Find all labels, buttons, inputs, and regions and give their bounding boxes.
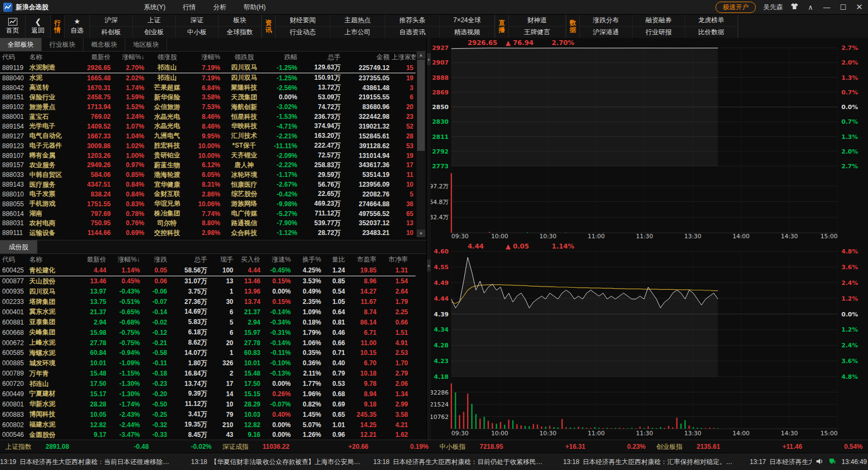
toolbar-section-toggle[interactable]: 数据 xyxy=(566,15,580,38)
scroll-down-icon[interactable]: ▼ xyxy=(417,230,425,237)
index-quote[interactable]: 创业板指2135.61+11.460.54% xyxy=(651,442,868,452)
menu-帮助(H)[interactable]: 帮助(H) xyxy=(244,3,266,11)
table-row[interactable]: 889127电气自动化1667.331.04%九洲电气9.95%汇川技术-2.2… xyxy=(0,131,416,141)
index-quote[interactable]: 深证成指11036.22+20.660.19% xyxy=(217,442,434,452)
table-row[interactable]: 600802福建水泥12.82-2.44%-0.3219.35万21012.82… xyxy=(0,420,416,430)
column-header[interactable]: 领跌股 xyxy=(222,53,266,62)
menu-行情[interactable]: 行情 xyxy=(183,3,196,11)
column-header[interactable]: 市净率 xyxy=(379,255,410,264)
nav-cell[interactable]: 创业板 xyxy=(133,27,176,39)
table-row[interactable]: 889111运输设备1144.660.69%交控科技2.98%众合科技-1.12… xyxy=(0,228,416,238)
table-row[interactable]: 600801华新水泥28.28-1.74%-0.5011.12万1028.29-… xyxy=(0,399,416,409)
maximize-button[interactable]: ☐ xyxy=(839,3,847,11)
board-tab[interactable]: 全部板块 xyxy=(0,38,42,51)
table-row[interactable]: 600425青松建化4.441.14%0.0558.56万1004.44-0.4… xyxy=(0,265,416,276)
nav-cell[interactable]: 科创板 xyxy=(90,27,133,39)
table-row[interactable]: 600449宁夏建材15.17-1.30%-0.209.39万1415.150.… xyxy=(0,389,416,399)
toolbar-back-button[interactable]: ❮返回 xyxy=(25,15,51,38)
table-row[interactable]: 600720祁连山17.50-1.30%-0.2313.74万1717.500.… xyxy=(0,379,416,389)
column-header[interactable]: 金额 xyxy=(343,53,392,62)
toolbar-home-button[interactable]: 首页 xyxy=(0,15,25,38)
table-row[interactable]: 000672上峰水泥27.78-0.75%-0.218.62万2027.78-0… xyxy=(0,338,416,348)
table-row[interactable]: 600883博闻科技10.05-2.43%-0.253.41万7910.030.… xyxy=(0,409,416,420)
nav-cell[interactable]: 行业研报 xyxy=(633,27,685,39)
news-item[interactable]: 13:19日本经济再生大臣西村康稔：当前日本还很难移除… xyxy=(0,458,191,467)
nav-cell[interactable]: 推荐头条 xyxy=(385,15,440,27)
table-row[interactable]: 886014湖南797.690.78%株冶集团7.74%电广传媒-5.27%71… xyxy=(0,209,416,219)
table-row[interactable]: 000935四川双马13.97-0.43%-0.063.75万113.960.0… xyxy=(0,287,416,297)
nav-cell[interactable]: 主题热点 xyxy=(330,15,385,27)
table-row[interactable]: 888031农村电商750.950.76%司尔特8.80%路通视信-7.90%5… xyxy=(0,219,416,228)
table-row[interactable]: 888055手机游戏1751.550.83%华谊兄弟10.06%游族网络-9.9… xyxy=(0,199,416,209)
scroll-up-icon[interactable]: ▲ xyxy=(417,51,425,59)
nav-cell[interactable]: 上证 xyxy=(133,15,176,27)
table-row[interactable]: 889102旅游景点1713.941.52%众信旅游7.53%海航创新-3.02… xyxy=(0,102,416,112)
table-row[interactable]: 000401冀东水泥21.37-0.65%-0.1414.69万621.37-0… xyxy=(0,307,416,317)
column-header[interactable]: 买入价 xyxy=(235,255,263,264)
toolbar-section-toggle[interactable]: 行情 xyxy=(51,15,65,38)
news-item[interactable]: 13:18【华夏信财非法吸收公众存款被查】上海市公安局… xyxy=(191,458,373,467)
column-header[interactable]: 涨跌 xyxy=(142,255,169,264)
column-header[interactable]: 涨幅% xyxy=(188,53,222,62)
column-header[interactable]: 涨速% xyxy=(263,255,293,264)
column-header[interactable]: 名称 xyxy=(27,255,76,264)
table-row[interactable]: 000789万年青15.48-1.15%-0.1816.84万215.48-0.… xyxy=(0,369,416,379)
nav-cell[interactable]: 比价数据 xyxy=(685,27,738,39)
news-item[interactable]: 13:18日本经济再生大臣西村康稔：目前仍处于收紧移民… xyxy=(373,458,563,467)
nav-cell[interactable]: 行业动态 xyxy=(276,27,330,39)
collapse-toolbar-icon[interactable]: ∧ xyxy=(806,3,815,11)
toolbar-star-button[interactable]: ★自选 xyxy=(65,15,90,38)
index-quote[interactable]: 上证指数2891.08-0.48-0.02% xyxy=(0,442,217,452)
column-header[interactable]: 领涨股 xyxy=(146,53,188,62)
table-row[interactable]: 889107稀有金属1203.261.00%贵研铂业10.00%天齐锂业-2.0… xyxy=(0,151,416,161)
table-row[interactable]: 889123电子元器件3009.861.02%胜宏科技10.00%*ST保千-1… xyxy=(0,141,416,151)
sector-intraday-chart[interactable]: 09:3010:0010:3011:0011:3013:3014:0014:30… xyxy=(431,38,868,240)
nav-cell[interactable]: 财神道 xyxy=(509,15,566,27)
menu-系统(Y)[interactable]: 系统(Y) xyxy=(144,3,165,11)
nav-cell[interactable]: 龙虎榜单 xyxy=(685,15,738,27)
column-header[interactable]: 涨幅%↓ xyxy=(108,255,142,264)
table-row[interactable]: 889154光学电子1409.521.07%水晶光电8.46%华映科技-4.71… xyxy=(0,122,416,131)
scrollbar-thumb[interactable] xyxy=(417,60,425,151)
menu-分析[interactable]: 分析 xyxy=(213,3,226,11)
nav-cell[interactable]: 7×24全球 xyxy=(440,15,495,27)
column-header[interactable]: 代码 xyxy=(0,255,27,264)
table-row[interactable]: 000877天山股份13.460.45%0.0631.07万1313.460.1… xyxy=(0,276,416,287)
nav-cell[interactable]: 沪深 xyxy=(90,15,133,27)
board-tab[interactable]: 概念板块 xyxy=(84,38,125,51)
column-header[interactable]: 市盈率 xyxy=(347,255,379,264)
table-row[interactable]: 888001蓝宝石769.021.24%水晶光电8.46%恒星科技-1.53%2… xyxy=(0,112,416,122)
table-row[interactable]: 888033中韩自贸区584.060.85%渤海轮渡6.05%冰轮环境-1.17… xyxy=(0,170,416,180)
toolbar-section-toggle[interactable]: 直播 xyxy=(495,15,509,38)
column-header[interactable]: 总手 xyxy=(299,53,343,62)
column-header[interactable]: 上涨家数 xyxy=(392,53,416,62)
stock-intraday-chart[interactable]: 09:3010:0010:3011:0011:3013:3014:0014:30… xyxy=(431,240,868,440)
column-header[interactable]: 量比 xyxy=(323,255,347,264)
table-row[interactable]: 000885城发环境10.01-1.09%-0.111.80万32610.01-… xyxy=(0,358,416,369)
nav-cell[interactable]: 上市公司 xyxy=(330,27,385,39)
nav-cell[interactable]: 自选资讯 xyxy=(385,27,440,39)
column-header[interactable]: 现手 xyxy=(209,255,235,264)
table-row[interactable]: 889119水泥制造2926.652.70%祁连山7.19%四川双马-1.25%… xyxy=(0,63,416,73)
index-quote[interactable]: 中小板指7218.95+16.310.23% xyxy=(434,442,651,452)
board-tab[interactable]: 地区板块 xyxy=(125,38,167,51)
nav-cell[interactable]: 财经要闻 xyxy=(276,15,330,27)
close-button[interactable]: ✕ xyxy=(855,2,864,12)
table-row[interactable]: 888042高送转1670.311.74%芒果超媒6.84%聚隆科技-2.56%… xyxy=(0,83,416,93)
table-row[interactable]: 889157农业服务2949.260.97%蔚蓝生物6.12%唐人神-2.22%… xyxy=(0,160,416,170)
connection-status-icon[interactable] xyxy=(829,458,836,466)
table-row[interactable]: 889143医疗服务4347.510.84%宜华健康8.31%恒康医疗-2.67… xyxy=(0,180,416,189)
nav-cell[interactable]: 沪深港通 xyxy=(580,27,633,39)
nav-cell[interactable]: 精选视频 xyxy=(440,27,495,39)
news-item[interactable]: 13:18日本经济再生大臣西村康稔：汇率保持相对稳定。… xyxy=(563,458,750,467)
nav-cell[interactable]: 深证 xyxy=(176,15,219,27)
toolbar-section-toggle[interactable]: 资讯 xyxy=(262,15,276,38)
board-tab[interactable]: 行业板块 xyxy=(42,38,84,51)
column-header[interactable]: 总手 xyxy=(169,255,209,264)
table-row[interactable]: 600881亚泰集团2.94-0.68%-0.025.83万52.94-0.34… xyxy=(0,317,416,327)
skin-icon[interactable] xyxy=(790,3,799,11)
column-header[interactable]: 跌幅 xyxy=(266,53,299,62)
scrollbar[interactable]: ▲ ▼ xyxy=(417,51,425,237)
table-row[interactable]: 888010电子发票838.240.84%金财互联2.86%综艺股份-0.42%… xyxy=(0,189,416,199)
nav-cell[interactable]: 涨跌分布 xyxy=(580,15,633,27)
